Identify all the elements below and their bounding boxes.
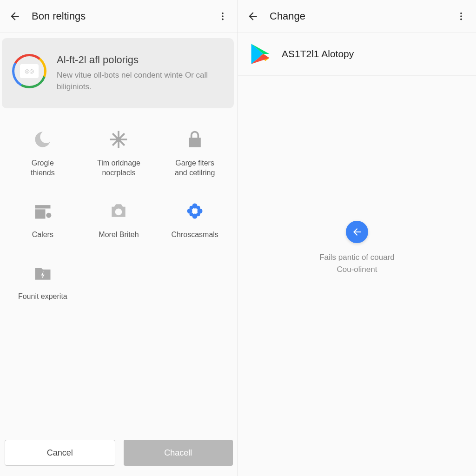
tile-google-thiends[interactable]: Grogle thiends: [5, 127, 81, 178]
page-title: Change: [270, 10, 450, 22]
app-name: AS1T2l1 Alotopy: [282, 48, 354, 60]
hero-card[interactable]: ◎◎ Al-ft-2l afl polorigs New vitue oll-b…: [2, 38, 234, 108]
folder-bolt-icon: [30, 260, 55, 285]
tile-label: Chroscasmals: [171, 230, 218, 240]
refresh-circle-icon[interactable]: [346, 221, 368, 243]
back-button[interactable]: [242, 5, 264, 27]
calendar-icon: [30, 198, 55, 224]
empty-state-text: Fails pantic of couard Cou-olinent: [319, 251, 395, 275]
lock-icon: [182, 127, 207, 152]
tile-label: Grogle thiends: [31, 159, 55, 178]
svg-point-1: [222, 15, 224, 17]
appbar-left: Bon reltings: [0, 0, 238, 33]
back-arrow-icon: [247, 10, 259, 22]
svg-point-22: [460, 15, 462, 17]
camera-icon: [106, 198, 131, 224]
tile-calers[interactable]: Calers: [5, 198, 81, 240]
settings-grid: Grogle thiends Tim orldnage nocrplacls G…: [0, 114, 238, 301]
tile-morel-briteh[interactable]: Morel Briteh: [81, 198, 157, 240]
svg-point-16: [190, 206, 193, 210]
hero-thumbnail-icon: ◎◎: [20, 64, 39, 78]
svg-point-18: [190, 212, 193, 216]
tile-time-orldnage[interactable]: Tim orldnage nocrplacls: [81, 127, 157, 178]
tile-garge-filters[interactable]: Garge fiters and cetilring: [157, 127, 233, 178]
svg-point-17: [196, 206, 200, 210]
tile-label: Calers: [32, 230, 53, 240]
back-button[interactable]: [4, 5, 26, 27]
svg-point-23: [460, 18, 462, 20]
empty-state: Fails pantic of couard Cou-olinent: [238, 76, 476, 476]
svg-point-2: [222, 18, 224, 20]
page-title: Bon reltings: [32, 10, 212, 22]
svg-point-19: [196, 212, 200, 216]
svg-point-21: [460, 12, 462, 14]
appbar-right: Change: [238, 0, 476, 33]
confirm-button[interactable]: Chacell: [124, 440, 233, 466]
hero-text: Al-ft-2l afl polorigs New vitue oll-bots…: [57, 54, 224, 93]
tile-founit-experita[interactable]: Founit experita: [5, 260, 81, 302]
play-store-icon: [248, 42, 272, 66]
hero-subtitle: New vitue oll-bots nel condent winte Or …: [57, 70, 224, 93]
overflow-menu-button[interactable]: [212, 5, 234, 27]
tile-chroscasmals[interactable]: Chroscasmals: [157, 198, 233, 240]
cancel-button[interactable]: Cancel: [5, 440, 115, 466]
hero-ring-icon: ◎◎: [12, 54, 46, 88]
tile-label: Morel Briteh: [99, 230, 139, 240]
svg-point-0: [222, 12, 224, 14]
change-screen: Change AS1T2l1 Alotopy Fails pantic: [238, 0, 476, 476]
empty-line1: Fails pantic of couard: [319, 251, 395, 264]
footer-buttons: Cancel Chacell: [0, 433, 238, 476]
svg-point-20: [193, 209, 197, 213]
svg-rect-8: [35, 205, 50, 208]
snowflake-icon: [106, 127, 131, 152]
settings-screen: Bon reltings ◎◎ Al-ft-2l afl polorigs Ne…: [0, 0, 238, 476]
arrow-left-icon: [351, 226, 363, 238]
tile-label: Founit experita: [18, 292, 67, 302]
tile-label: Garge fiters and cetilring: [175, 159, 215, 178]
moon-icon: [30, 127, 55, 152]
app-row[interactable]: AS1T2l1 Alotopy: [238, 33, 476, 76]
svg-rect-9: [35, 209, 45, 218]
flower-icon: [182, 198, 207, 224]
svg-point-7: [117, 138, 120, 141]
tile-label: Tim orldnage nocrplacls: [97, 159, 140, 178]
back-arrow-icon: [9, 10, 21, 22]
more-vert-icon: [218, 11, 228, 21]
more-vert-icon: [456, 11, 466, 21]
svg-point-10: [46, 213, 51, 218]
overflow-menu-button[interactable]: [450, 5, 472, 27]
svg-point-11: [115, 208, 122, 215]
hero-title: Al-ft-2l afl polorigs: [57, 54, 224, 66]
empty-line2: Cou-olinent: [319, 264, 395, 276]
